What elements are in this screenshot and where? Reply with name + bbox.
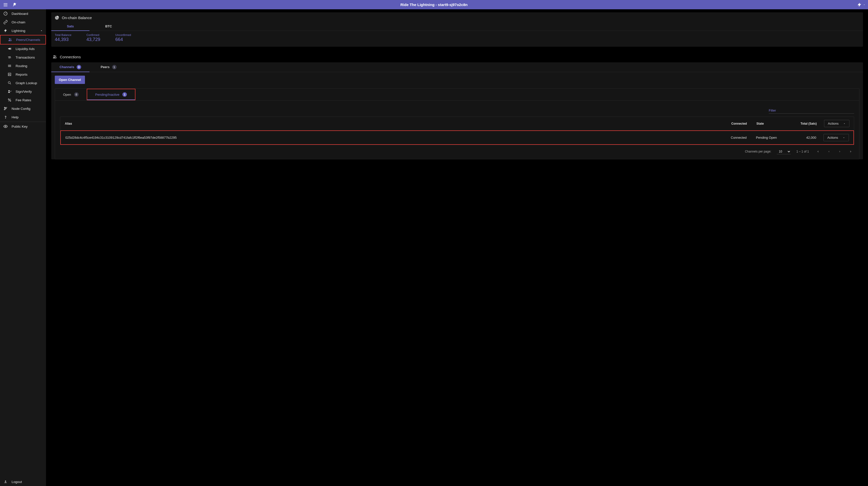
help-icon bbox=[3, 115, 8, 119]
tab-label: Channels bbox=[60, 65, 74, 69]
svg-point-5 bbox=[9, 38, 10, 40]
per-page-select[interactable]: 10 bbox=[777, 149, 791, 154]
svg-point-10 bbox=[8, 99, 9, 100]
tab-badge: 1 bbox=[112, 65, 117, 69]
tab-label: Peers bbox=[100, 65, 109, 69]
sidebar-item-public-key[interactable]: Public Key bbox=[0, 122, 46, 131]
cell-state: Pending Open bbox=[756, 136, 794, 140]
sidebar-item-dashboard[interactable]: Dashboard bbox=[0, 9, 46, 18]
chevron-down-icon bbox=[843, 122, 846, 125]
next-page-icon[interactable] bbox=[837, 149, 843, 154]
sidebar-item-label: Sign/Verify bbox=[16, 90, 32, 93]
actions-label: Actions bbox=[827, 136, 838, 140]
actions-header-button[interactable]: Actions bbox=[824, 120, 849, 127]
svg-point-14 bbox=[54, 55, 55, 57]
tab-badge: 1 bbox=[122, 92, 127, 97]
chevron-down-icon bbox=[843, 136, 845, 139]
sidebar-item-help[interactable]: Help bbox=[0, 113, 46, 121]
svg-point-13 bbox=[5, 126, 6, 127]
tab-label: Pending/Inactive bbox=[95, 93, 119, 96]
cell-actions: Actions bbox=[816, 134, 849, 141]
sidebar-item-transactions[interactable]: Transactions bbox=[0, 53, 46, 62]
tab-channels[interactable]: Channels 0 bbox=[51, 62, 90, 72]
cell-alias: 025d28dc4c4f5ce4194c31c3109129cd741fafc1… bbox=[65, 136, 731, 140]
sign-icon bbox=[7, 89, 12, 93]
route-icon bbox=[7, 64, 12, 68]
divider bbox=[0, 122, 46, 122]
people-icon bbox=[52, 54, 57, 59]
paginator: Channels per page: 10 1 – 1 of 1 bbox=[55, 145, 859, 155]
balance-value: 664 bbox=[115, 37, 131, 42]
sidebar-item-label: Routing bbox=[16, 64, 27, 68]
balance-unconfirmed: Unconfirmed 664 bbox=[115, 33, 131, 42]
svg-point-8 bbox=[8, 82, 10, 84]
connections-header: Connections bbox=[51, 52, 863, 61]
actions-row-button[interactable]: Actions bbox=[824, 134, 849, 141]
tab-btc[interactable]: BTC bbox=[90, 22, 128, 31]
cell-total: 42,000 bbox=[794, 136, 816, 140]
notifications-off-icon[interactable] bbox=[11, 2, 18, 8]
balance-total: Total Balance 44,393 bbox=[55, 33, 71, 42]
sidebar-item-fee-rates[interactable]: Fee Rates bbox=[0, 96, 46, 104]
first-page-icon[interactable] bbox=[814, 149, 820, 155]
tab-badge: 0 bbox=[76, 65, 81, 69]
open-channel-button[interactable]: Open Channel bbox=[55, 75, 85, 84]
svg-point-11 bbox=[10, 100, 11, 101]
sidebar-item-label: Transactions bbox=[16, 56, 35, 59]
sidebar-item-reports[interactable]: Reports bbox=[0, 70, 46, 79]
eye-icon bbox=[3, 124, 8, 129]
sidebar-item-label: Fee Rates bbox=[16, 98, 31, 102]
page-range: 1 – 1 of 1 bbox=[796, 150, 809, 153]
page-title: Ride The Lightning - start9-sj97o2c8n bbox=[400, 2, 468, 7]
sidebar-item-label: On-chain bbox=[11, 20, 25, 24]
inner-tab-open[interactable]: Open 0 bbox=[55, 89, 87, 100]
search-icon bbox=[7, 81, 12, 85]
filter-input[interactable] bbox=[769, 108, 854, 114]
tab-sats[interactable]: Sats bbox=[51, 22, 90, 31]
sidebar-item-label: Public Key bbox=[11, 125, 28, 128]
table-row[interactable]: 025d28dc4c4f5ce4194c31c3109129cd741fafc1… bbox=[60, 130, 854, 145]
bolt-icon bbox=[3, 29, 8, 33]
prev-page-icon[interactable] bbox=[826, 149, 832, 154]
sidebar-item-onchain[interactable]: On-chain bbox=[0, 18, 46, 26]
balance-value: 44,393 bbox=[55, 37, 71, 42]
balance-label: Total Balance bbox=[55, 33, 71, 36]
sidebar-item-lightning[interactable]: Lightning bbox=[0, 26, 46, 35]
last-page-icon[interactable] bbox=[848, 149, 854, 155]
sidebar-item-peers-channels[interactable]: Peers/Channels bbox=[0, 35, 46, 44]
sidebar-item-label: Peers/Channels bbox=[16, 38, 40, 42]
tab-label: Sats bbox=[67, 24, 74, 28]
sidebar-item-label: Help bbox=[11, 115, 19, 119]
menu-icon[interactable] bbox=[2, 2, 8, 8]
chevron-up-icon bbox=[40, 29, 43, 32]
svg-point-15 bbox=[55, 56, 56, 57]
sidebar-item-graph-lookup[interactable]: Graph Lookup bbox=[0, 79, 46, 87]
channels-table: Alias Connected State Total (Sats) Actio… bbox=[60, 117, 854, 145]
sidebar-item-routing[interactable]: Routing bbox=[0, 62, 46, 70]
reports-icon bbox=[7, 72, 12, 77]
sidebar-item-label: Reports bbox=[16, 72, 27, 77]
tools-icon bbox=[3, 106, 8, 111]
col-header-state: State bbox=[756, 122, 794, 125]
sidebar-item-logout[interactable]: Logout bbox=[0, 478, 46, 486]
onchain-balance-card: On-chain Balance Sats BTC Total Balance … bbox=[51, 12, 863, 47]
people-icon bbox=[7, 37, 12, 42]
connections-card: Channels 0 Peers 1 Open Channel Open 0 bbox=[51, 62, 863, 159]
per-page-label: Channels per page: bbox=[745, 150, 771, 153]
balance-confirmed: Confirmed 43,729 bbox=[87, 33, 100, 42]
tab-badge: 0 bbox=[74, 92, 79, 97]
link-icon bbox=[3, 20, 8, 24]
sidebar-item-liquidity-ads[interactable]: Liquidity Ads bbox=[0, 44, 46, 53]
col-header-actions: Actions bbox=[817, 120, 849, 127]
inner-tab-pending[interactable]: Pending/Inactive 1 bbox=[87, 89, 135, 100]
sidebar-item-sign-verify[interactable]: Sign/Verify bbox=[0, 87, 46, 96]
table-header-row: Alias Connected State Total (Sats) Actio… bbox=[60, 117, 854, 130]
sidebar-item-node-config[interactable]: Node Config bbox=[0, 104, 46, 113]
cell-connected: Connected bbox=[731, 136, 756, 140]
balance-label: Unconfirmed bbox=[115, 33, 131, 36]
tab-label: BTC bbox=[105, 24, 112, 28]
node-menu-button[interactable] bbox=[857, 2, 866, 7]
col-header-alias: Alias bbox=[65, 122, 731, 125]
channels-panel: Open 0 Pending/Inactive 1 Alias bbox=[55, 88, 860, 159]
tab-peers[interactable]: Peers 1 bbox=[90, 62, 128, 72]
